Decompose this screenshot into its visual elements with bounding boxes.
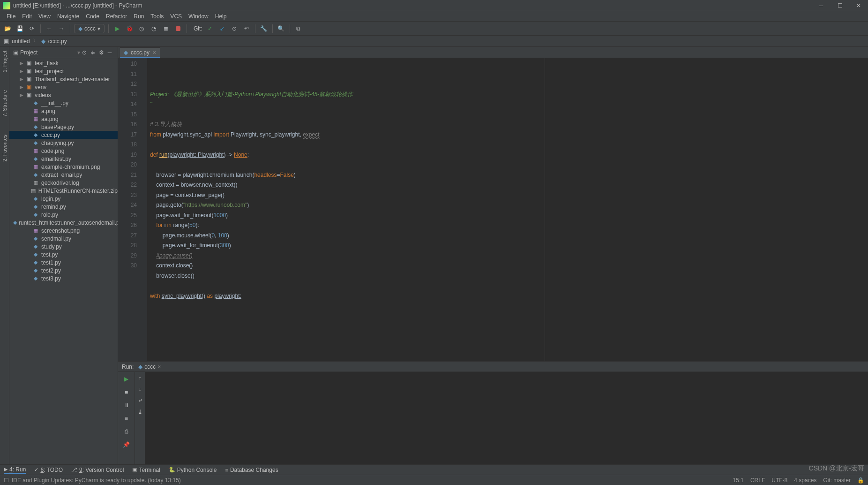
- tree-item[interactable]: ◆emailtest.py: [9, 155, 118, 163]
- concurrent-icon[interactable]: ≣: [161, 24, 171, 33]
- tree-item[interactable]: ▦example-chromium.png: [9, 163, 118, 171]
- tree-item[interactable]: ▦a.png: [9, 107, 118, 115]
- profile-icon[interactable]: ◔: [149, 24, 158, 33]
- expand-all-icon[interactable]: ≑: [89, 49, 97, 56]
- menu-tools[interactable]: Tools: [148, 12, 166, 21]
- tree-item[interactable]: ◆extract_email.py: [9, 171, 118, 179]
- tree-item[interactable]: ◆test3.py: [9, 274, 118, 282]
- tree-item[interactable]: ◆cccc.py: [9, 131, 118, 139]
- print-icon[interactable]: ⎙: [122, 427, 131, 436]
- code-line[interactable]: page.goto("https://www.runoob.com"): [150, 200, 865, 211]
- code-line[interactable]: from playwright.sync_api import Playwrig…: [150, 130, 865, 140]
- search-icon[interactable]: 🔍: [277, 24, 286, 33]
- git-branch[interactable]: Git: master: [823, 477, 851, 484]
- code-line[interactable]: #page.pause(): [150, 251, 865, 261]
- git-history-icon[interactable]: ⊙: [230, 24, 239, 33]
- code-line[interactable]: for i in range(50):: [150, 220, 865, 231]
- window-close-button[interactable]: ✕: [852, 2, 865, 9]
- tree-item[interactable]: ◆remind.py: [9, 203, 118, 211]
- menu-run[interactable]: Run: [131, 12, 147, 21]
- menu-navigate[interactable]: Navigate: [54, 12, 82, 21]
- tree-item[interactable]: ◆test2.py: [9, 266, 118, 274]
- git-rollback-icon[interactable]: ↶: [242, 24, 251, 33]
- menu-code[interactable]: Code: [83, 12, 102, 21]
- editor-tab-cccc[interactable]: ◆ cccc.py ×: [120, 47, 160, 58]
- editor-body[interactable]: 1011121314151617181920212223242526272829…: [118, 58, 868, 361]
- pin-icon[interactable]: 📌: [122, 440, 131, 449]
- code-line[interactable]: # 3.导入模块: [150, 120, 865, 130]
- select-opened-icon[interactable]: ⊙: [80, 49, 89, 56]
- pause-icon[interactable]: ⏸: [122, 401, 131, 409]
- status-icon[interactable]: ☐: [4, 477, 9, 484]
- bottom-tab-terminal[interactable]: ▣Terminal: [132, 467, 160, 473]
- fold-column[interactable]: [141, 58, 147, 361]
- git-commit-icon[interactable]: ↙: [217, 24, 227, 33]
- tree-item[interactable]: ▦code.png: [9, 147, 118, 155]
- run-tab[interactable]: ◆ cccc ×: [138, 364, 161, 370]
- coverage-icon[interactable]: ◷: [137, 24, 146, 33]
- refresh-icon[interactable]: ⟳: [27, 24, 37, 33]
- up-icon[interactable]: ↑: [139, 375, 142, 381]
- tree-item[interactable]: ◆chaojiying.py: [9, 139, 118, 147]
- tree-item[interactable]: ◆test.py: [9, 250, 118, 258]
- tree-item[interactable]: ◆sendmail.py: [9, 235, 118, 242]
- exit-icon[interactable]: ≡: [122, 414, 131, 423]
- tree-item[interactable]: ◆__init__.py: [9, 99, 118, 107]
- stop-icon[interactable]: ■: [122, 388, 131, 396]
- code-line[interactable]: [150, 140, 865, 150]
- code-line[interactable]: context.close(): [150, 261, 865, 271]
- tool-tab-project[interactable]: 1: Project: [1, 49, 8, 74]
- window-maximize-button[interactable]: ☐: [833, 2, 846, 9]
- tree-item[interactable]: ◆study.py: [9, 242, 118, 250]
- tree-item[interactable]: ◆basePage.py: [9, 123, 118, 131]
- tree-item[interactable]: ▦screenshot.png: [9, 227, 118, 235]
- search-everywhere-icon[interactable]: ⧉: [294, 24, 303, 33]
- git-update-icon[interactable]: ✓: [205, 24, 215, 33]
- down-icon[interactable]: ↓: [139, 386, 142, 393]
- tree-item[interactable]: ▶▣videos: [9, 91, 118, 99]
- code-line[interactable]: page = context.new_page(): [150, 190, 865, 201]
- menu-window[interactable]: Window: [186, 12, 211, 21]
- tree-item[interactable]: ◆test1.py: [9, 258, 118, 266]
- scroll-end-icon[interactable]: ⤓: [138, 409, 142, 415]
- tool-tab-structure[interactable]: 7: Structure: [1, 88, 8, 119]
- code-line[interactable]: with sync_playwright() as playwright:: [150, 291, 865, 302]
- file-encoding[interactable]: UTF-8: [771, 477, 787, 484]
- bottom-tab-databasechanges[interactable]: ≡Database Changes: [225, 467, 278, 473]
- bottom-tab-todo[interactable]: ✓6: TODO: [34, 467, 63, 473]
- tree-item[interactable]: ▶▣test_flask: [9, 59, 118, 67]
- code-line[interactable]: def run(playwright: Playwright) -> None:: [150, 150, 865, 160]
- close-tab-icon[interactable]: ×: [152, 49, 156, 56]
- code-line[interactable]: browser.close(): [150, 271, 865, 281]
- bottom-tab-versioncontrol[interactable]: ⎇9: Version Control: [71, 467, 124, 473]
- menu-help[interactable]: Help: [212, 12, 230, 21]
- tree-item[interactable]: ◆role.py: [9, 211, 118, 219]
- tree-item[interactable]: ▥geckodriver.log: [9, 179, 118, 187]
- project-panel-title[interactable]: Project: [20, 49, 76, 56]
- window-minimize-button[interactable]: ─: [815, 2, 828, 9]
- run-config-selector[interactable]: ◆ cccc ▾: [74, 24, 105, 33]
- menu-view[interactable]: View: [36, 12, 53, 21]
- code-line[interactable]: page.mouse.wheel(0, 100): [150, 231, 865, 241]
- settings-icon[interactable]: ⚙: [97, 49, 105, 56]
- project-tree[interactable]: ▶▣test_flask▶▣test_project▶▣Thailand_xst…: [9, 58, 118, 464]
- forward-icon[interactable]: →: [57, 24, 66, 33]
- menu-vcs[interactable]: VCS: [167, 12, 185, 21]
- menu-edit[interactable]: Edit: [19, 12, 35, 21]
- line-separator[interactable]: CRLF: [750, 477, 765, 484]
- bottom-tab-pythonconsole[interactable]: 🐍Python Console: [169, 467, 217, 473]
- code-line[interactable]: browser = playwright.chromium.launch(hea…: [150, 170, 865, 181]
- tree-item[interactable]: ▦aa.png: [9, 115, 118, 123]
- code-editor[interactable]: Project: 《最新出炉》系列入门篇-Python+Playwright自动…: [147, 58, 868, 361]
- hide-panel-icon[interactable]: ─: [105, 49, 114, 56]
- tree-item[interactable]: ▶▣Thailand_xsteach_dev-master: [9, 75, 118, 83]
- breadcrumb-file[interactable]: cccc.py: [48, 38, 67, 45]
- code-line[interactable]: context = browser.new_context(): [150, 180, 865, 190]
- code-line[interactable]: page.wait_for_timeout(1000): [150, 211, 865, 221]
- code-line[interactable]: page.wait_for_timeout(300): [150, 241, 865, 251]
- close-icon[interactable]: ×: [157, 364, 161, 370]
- tool-tab-favorites[interactable]: 2: Favorites: [1, 133, 8, 163]
- tree-item[interactable]: ▶▣test_project: [9, 67, 118, 75]
- cursor-position[interactable]: 15:1: [733, 477, 744, 484]
- tree-item[interactable]: ▤HTMLTestRunnerCN-master.zip: [9, 187, 118, 195]
